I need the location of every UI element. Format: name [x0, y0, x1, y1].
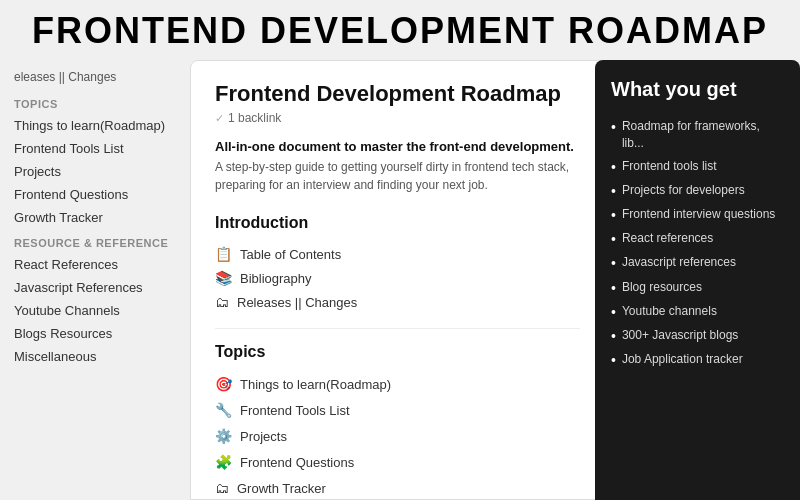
topics-item-questions[interactable]: 🧩 Frontend Questions — [215, 449, 580, 475]
topics-roadmap-label: Things to learn(Roadmap) — [240, 377, 391, 392]
tools-icon: 🔧 — [215, 402, 232, 418]
topics-projects-label: Projects — [240, 429, 287, 444]
toc-item-contents[interactable]: 📋 Table of Contents — [215, 242, 580, 266]
toc-bibliography-label: Bibliography — [240, 271, 312, 286]
bullet-icon: • — [611, 254, 616, 272]
promo-item-1: • Frontend tools list — [611, 155, 784, 179]
tagline-bold: All-in-one document to master the front-… — [215, 139, 580, 154]
backlink-count: 1 backlink — [228, 111, 281, 125]
main-content: Frontend Development Roadmap ✓ 1 backlin… — [190, 60, 605, 500]
sidebar-item-react-ref[interactable]: React References — [0, 253, 190, 276]
topics-item-tools[interactable]: 🔧 Frontend Tools List — [215, 397, 580, 423]
document-title: Frontend Development Roadmap — [215, 81, 580, 107]
promo-item-2: • Projects for developers — [611, 179, 784, 203]
bullet-icon: • — [611, 351, 616, 369]
backlink-icon: ✓ — [215, 112, 224, 125]
releases-icon: 🗂 — [215, 294, 229, 310]
projects-icon: ⚙️ — [215, 428, 232, 444]
releases-label: eleases || Changes — [14, 70, 116, 84]
bullet-icon: • — [611, 182, 616, 200]
sidebar-resource-heading: Resource & Reference — [0, 229, 190, 253]
bullet-icon: • — [611, 206, 616, 224]
sidebar-item-misc[interactable]: Miscellaneous — [0, 345, 190, 368]
promo-item-6: • Blog resources — [611, 276, 784, 300]
promo-item-9: • Job Application tracker — [611, 348, 784, 372]
topics-growth-label: Growth Tracker — [237, 481, 326, 496]
bullet-icon: • — [611, 303, 616, 321]
page-title: FRONTEND DEVELOPMENT ROADMAP — [0, 0, 800, 60]
topics-item-growth[interactable]: 🗂 Growth Tracker — [215, 475, 580, 500]
toc-item-bibliography[interactable]: 📚 Bibliography — [215, 266, 580, 290]
bullet-icon: • — [611, 327, 616, 345]
backlink[interactable]: ✓ 1 backlink — [215, 111, 580, 125]
sidebar-item-blogs[interactable]: Blogs Resources — [0, 322, 190, 345]
bullet-icon: • — [611, 230, 616, 248]
topics-item-roadmap[interactable]: 🎯 Things to learn(Roadmap) — [215, 371, 580, 397]
sidebar-releases[interactable]: eleases || Changes — [0, 68, 190, 90]
bullet-icon: • — [611, 118, 616, 136]
promo-item-8: • 300+ Javascript blogs — [611, 324, 784, 348]
intro-heading: Introduction — [215, 214, 580, 232]
promo-item-4: • React references — [611, 227, 784, 251]
topics-questions-label: Frontend Questions — [240, 455, 354, 470]
sidebar-item-youtube[interactable]: Youtube Channels — [0, 299, 190, 322]
bibliography-icon: 📚 — [215, 270, 232, 286]
promo-item-3: • Frontend interview questions — [611, 203, 784, 227]
toc-releases-label: Releases || Changes — [237, 295, 357, 310]
topics-tools-label: Frontend Tools List — [240, 403, 350, 418]
sidebar-item-projects[interactable]: Projects — [0, 160, 190, 183]
toc-item-releases[interactable]: 🗂 Releases || Changes — [215, 290, 580, 314]
promo-item-5: • Javascript references — [611, 251, 784, 275]
questions-icon: 🧩 — [215, 454, 232, 470]
roadmap-icon: 🎯 — [215, 376, 232, 392]
sidebar-item-questions[interactable]: Frontend Questions — [0, 183, 190, 206]
toc-contents-label: Table of Contents — [240, 247, 341, 262]
promo-title: What you get — [611, 78, 784, 101]
sidebar-topics-heading: Topics — [0, 90, 190, 114]
sidebar: eleases || Changes Topics Things to lear… — [0, 60, 190, 500]
section-divider — [215, 328, 580, 329]
bullet-icon: • — [611, 158, 616, 176]
tagline-desc: A step-by-step guide to getting yourself… — [215, 158, 580, 194]
topics-heading: Topics — [215, 343, 580, 361]
sidebar-item-tools[interactable]: Frontend Tools List — [0, 137, 190, 160]
growth-icon: 🗂 — [215, 480, 229, 496]
promo-item-0: • Roadmap for frameworks, lib... — [611, 115, 784, 155]
table-of-contents-icon: 📋 — [215, 246, 232, 262]
bullet-icon: • — [611, 279, 616, 297]
promo-panel: What you get • Roadmap for frameworks, l… — [595, 60, 800, 500]
promo-item-7: • Youtube channels — [611, 300, 784, 324]
sidebar-item-js-ref[interactable]: Javascript References — [0, 276, 190, 299]
topics-item-projects[interactable]: ⚙️ Projects — [215, 423, 580, 449]
sidebar-item-roadmap[interactable]: Things to learn(Roadmap) — [0, 114, 190, 137]
sidebar-item-growth[interactable]: Growth Tracker — [0, 206, 190, 229]
